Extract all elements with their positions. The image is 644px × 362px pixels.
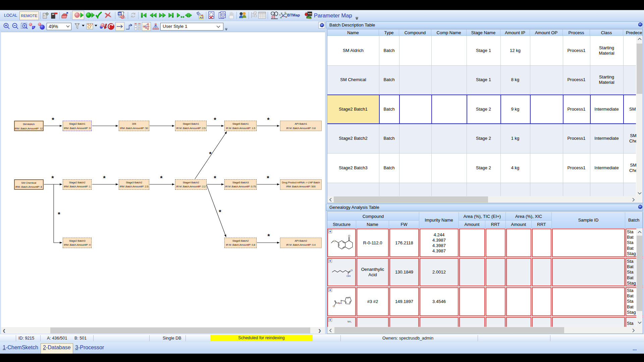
- svg-text:*: *: [219, 208, 221, 216]
- svg-text:*: *: [160, 175, 163, 182]
- svg-text:*: *: [214, 175, 216, 182]
- svg-text:O: O: [348, 234, 350, 237]
- svg-text:*: *: [267, 175, 269, 182]
- svg-text:*: *: [209, 150, 212, 158]
- svg-text:O: O: [333, 240, 335, 243]
- svg-text:*: *: [51, 175, 54, 182]
- svg-text:W: W: [118, 12, 121, 15]
- svg-text:Ala: Ala: [308, 12, 312, 15]
- svg-text:*: *: [214, 116, 216, 123]
- svg-text:*: *: [52, 116, 54, 123]
- svg-text:NH: NH: [338, 302, 342, 305]
- svg-text:*: *: [103, 175, 106, 182]
- svg-text:T: T: [122, 16, 123, 18]
- svg-text:All: All: [200, 16, 204, 19]
- svg-text:OH: OH: [346, 275, 351, 278]
- svg-text:*: *: [267, 116, 270, 123]
- svg-text:O: O: [351, 269, 353, 272]
- svg-text:*: *: [58, 211, 60, 218]
- svg-text:*: *: [267, 233, 270, 240]
- svg-text:O: O: [333, 305, 335, 308]
